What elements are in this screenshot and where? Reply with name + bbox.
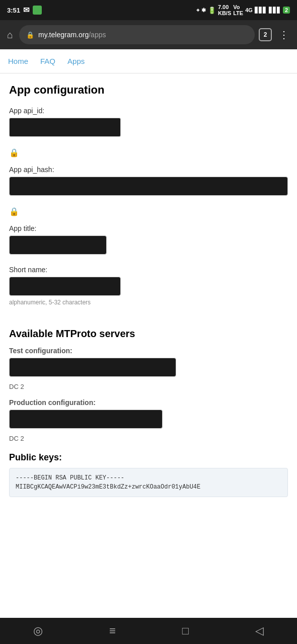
api-hash-label: App api_hash: <box>9 166 288 174</box>
api-hash-group: App api_hash: <box>9 166 288 199</box>
short-name-label: Short name: <box>9 266 288 274</box>
api-id-label: App api_id: <box>9 107 288 115</box>
api-hash-lock: 🔒 <box>9 207 288 216</box>
home-button[interactable]: ⌂ <box>5 27 15 43</box>
app-title-label: App title: <box>9 224 288 232</box>
api-id-input[interactable] <box>9 118 121 137</box>
public-keys-section: Public keys: -----BEGIN RSA PUBLIC KEY--… <box>9 452 288 497</box>
short-name-input[interactable] <box>9 277 121 296</box>
test-config-group: Test configuration: DC 2 <box>9 347 288 390</box>
lock-icon-2: 🔒 <box>9 207 19 216</box>
prod-config-input[interactable] <box>9 410 163 429</box>
url-domain: my.telegram.org <box>38 31 89 39</box>
tab-count-button[interactable]: 2 <box>259 28 272 41</box>
api-hash-input[interactable] <box>9 177 288 196</box>
status-bar: 3:51 ✉ ⌖ ✱ 🔋 7.00KB/S VoLTE 4G ▋▋▋ ▋▋▋ 2 <box>0 0 297 20</box>
app-title-group: App title: <box>9 224 288 258</box>
nav-faq[interactable]: FAQ <box>40 50 55 72</box>
mtproto-section: Available MTProto servers Test configura… <box>9 328 288 442</box>
nav-apps[interactable]: Apps <box>67 50 85 72</box>
public-key-content-line: MIIBCgKCAQEAwVACPi9w23mE3tBkdZz+zwrcKOaa… <box>16 482 281 492</box>
bottom-home-button[interactable]: ◎ <box>25 620 51 641</box>
status-right: ⌖ ✱ 🔋 7.00KB/S VoLTE 4G ▋▋▋ ▋▋▋ 2 <box>196 4 290 16</box>
battery-icon: 🔋 <box>208 7 216 14</box>
url-display: my.telegram.org/apps <box>38 31 248 39</box>
status-left: 3:51 ✉ <box>7 6 42 15</box>
bottom-back-button[interactable]: ◁ <box>247 620 272 641</box>
nav-home[interactable]: Home <box>8 50 28 72</box>
time-display: 3:51 <box>7 7 20 14</box>
app-config-section: App configuration App api_id: 🔒 App api_… <box>9 84 288 306</box>
url-bar[interactable]: 🔒 my.telegram.org/apps <box>19 25 255 44</box>
url-path: /apps <box>89 31 106 39</box>
signal-bars: ▋▋▋ <box>255 7 267 14</box>
section-divider-1 <box>9 316 288 328</box>
public-key-begin-line: -----BEGIN RSA PUBLIC KEY----- <box>16 473 281 482</box>
public-keys-title: Public keys: <box>9 452 288 463</box>
location-icon: ⌖ <box>196 7 199 14</box>
network-vo: VoLTE <box>233 4 243 16</box>
test-config-label: Test configuration: <box>9 347 288 355</box>
prod-dc-label: DC 2 <box>9 435 288 442</box>
nav-bar: Home FAQ Apps <box>0 49 297 73</box>
public-key-box: -----BEGIN RSA PUBLIC KEY----- MIIBCgKCA… <box>9 468 288 497</box>
browser-menu-button[interactable]: ⋮ <box>276 27 292 43</box>
bottom-square-button[interactable]: □ <box>174 620 197 641</box>
network-4g: 4G <box>245 7 253 13</box>
bottom-menu-button[interactable]: ≡ <box>101 620 124 641</box>
test-dc-label: DC 2 <box>9 383 288 390</box>
main-content: App configuration App api_id: 🔒 App api_… <box>0 73 297 507</box>
lock-icon-1: 🔒 <box>9 148 19 157</box>
wifi-bars: ▋▋▋ <box>269 7 281 14</box>
telegram-icon: ✉ <box>23 6 30 15</box>
app-icon <box>33 6 42 15</box>
ssl-lock-icon: 🔒 <box>26 31 34 39</box>
short-name-group: Short name: alphanumeric, 5-32 character… <box>9 266 288 306</box>
prod-config-label: Production configuration: <box>9 398 288 407</box>
bluetooth-icon: ✱ <box>201 7 206 14</box>
mtproto-title: Available MTProto servers <box>9 328 288 340</box>
test-config-input[interactable] <box>9 358 176 377</box>
battery-percent: 2 <box>283 7 290 14</box>
prod-config-group: Production configuration: DC 2 <box>9 398 288 442</box>
app-config-title: App configuration <box>9 84 288 97</box>
api-id-lock: 🔒 <box>9 148 288 157</box>
browser-bar: ⌂ 🔒 my.telegram.org/apps 2 ⋮ <box>0 20 297 49</box>
bottom-nav: ◎ ≡ □ ◁ <box>0 618 297 644</box>
speed-indicator: 7.00KB/S <box>218 4 231 16</box>
short-name-hint: alphanumeric, 5-32 characters <box>9 299 288 306</box>
app-title-input[interactable] <box>9 235 107 255</box>
scroll-area[interactable]: App configuration App api_id: 🔒 App api_… <box>0 73 297 618</box>
api-id-group: App api_id: <box>9 107 288 140</box>
